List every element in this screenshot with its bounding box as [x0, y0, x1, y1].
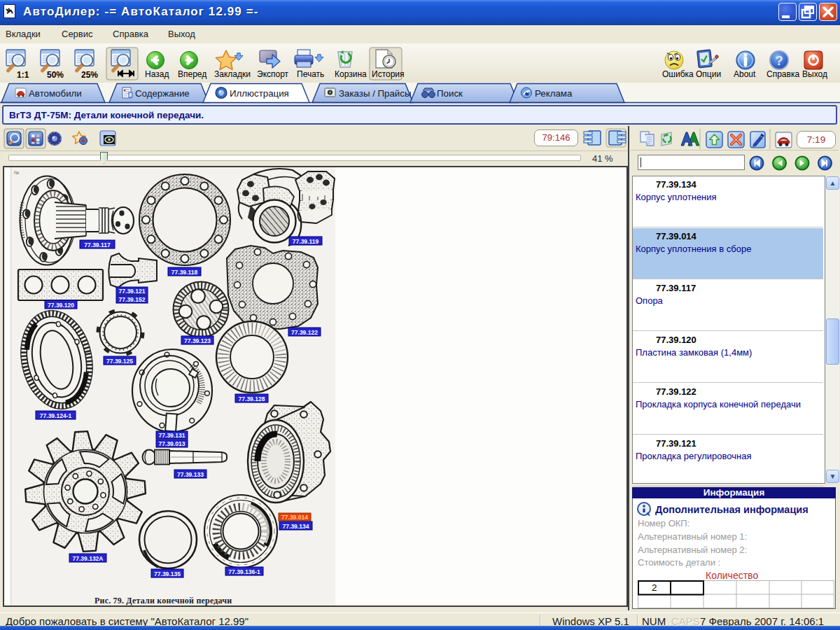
svg-text:50%: 50%: [47, 70, 64, 80]
svg-text:Поиск: Поиск: [437, 88, 463, 99]
svg-text:1:1: 1:1: [17, 70, 29, 80]
svg-text:77.39.152: 77.39.152: [119, 296, 146, 303]
svg-text:История: История: [372, 69, 405, 79]
svg-text:77.39.134: 77.39.134: [283, 523, 309, 530]
svg-text:77.39.131: 77.39.131: [159, 432, 186, 439]
svg-text:77.39.119: 77.39.119: [293, 238, 319, 245]
svg-text:2: 2: [652, 582, 657, 593]
svg-text:Иллюстрация: Иллюстрация: [230, 88, 289, 99]
svg-text:Заказы / Прайсы: Заказы / Прайсы: [339, 88, 412, 99]
svg-text:77.39.121: 77.39.121: [119, 288, 146, 295]
svg-text:About: About: [734, 69, 756, 79]
svg-text:77.39.122: 77.39.122: [291, 329, 318, 336]
svg-text:77.39.013: 77.39.013: [159, 440, 186, 447]
svg-text:77.39.120: 77.39.120: [48, 302, 74, 309]
svg-text:77.39.128: 77.39.128: [239, 396, 265, 402]
svg-text:77.39.135: 77.39.135: [154, 570, 181, 578]
svg-text:77.39.014: 77.39.014: [281, 514, 308, 521]
svg-text:77.39.123: 77.39.123: [184, 337, 211, 344]
svg-text:77.39.136-1: 77.39.136-1: [228, 568, 260, 575]
svg-text:Вперед: Вперед: [178, 69, 206, 79]
svg-text:77.39.125: 77.39.125: [106, 358, 133, 365]
svg-text:Закладки: Закладки: [214, 69, 251, 79]
svg-text:77.39.133: 77.39.133: [177, 471, 204, 478]
svg-text:77.39.132A: 77.39.132A: [73, 555, 104, 562]
svg-text:25%: 25%: [81, 70, 98, 80]
svg-text:Реклама: Реклама: [535, 88, 573, 99]
svg-text:77.39.117: 77.39.117: [84, 241, 111, 248]
svg-text:Выход: Выход: [802, 69, 827, 79]
svg-text:Корзина: Корзина: [335, 69, 367, 79]
svg-text:Рис. 79. Детали конечной перед: Рис. 79. Детали конечной передачи: [94, 596, 232, 606]
svg-text:Опции: Опции: [696, 69, 721, 79]
svg-text:№: №: [14, 170, 20, 175]
svg-text:Справка: Справка: [766, 69, 799, 79]
svg-text:?: ?: [775, 53, 783, 68]
svg-text:77.39.118: 77.39.118: [172, 269, 198, 276]
svg-text:Содержание: Содержание: [135, 88, 190, 99]
svg-text:Назад: Назад: [145, 69, 169, 79]
svg-text:Экспорт: Экспорт: [257, 69, 289, 79]
svg-text:Автомобили: Автомобили: [29, 88, 82, 99]
svg-text:Печать: Печать: [297, 69, 324, 79]
svg-text:Ошибка: Ошибка: [662, 69, 694, 79]
svg-text:77.39.124-1: 77.39.124-1: [40, 412, 72, 419]
